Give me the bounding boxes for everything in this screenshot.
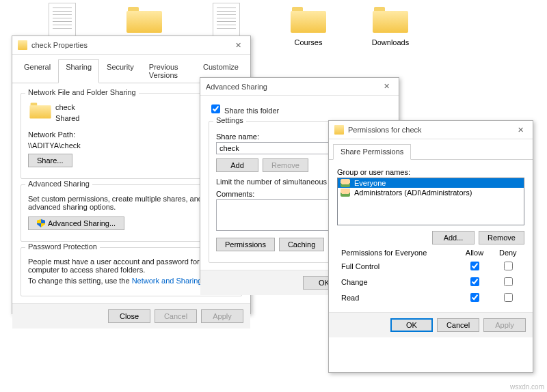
folder-icon xyxy=(124,3,165,36)
permissions-table: Permissions for EveryoneAllowDeny Full C… xyxy=(337,247,524,305)
add-button[interactable]: Add... xyxy=(432,231,475,244)
folder-status: Shared xyxy=(55,114,79,122)
users-icon xyxy=(341,179,350,187)
folder-icon xyxy=(334,125,344,135)
share-button[interactable]: Share... xyxy=(28,154,72,167)
titlebar[interactable]: check Properties ✕ xyxy=(12,36,250,55)
tab-previous-versions[interactable]: Previous Versions xyxy=(142,59,196,83)
desktop-item[interactable]: Downloads xyxy=(365,3,416,46)
folder-icon xyxy=(288,3,329,36)
close-icon[interactable]: ✕ xyxy=(231,41,245,50)
tab-general[interactable]: General xyxy=(16,59,58,83)
permissions-button[interactable]: Permissions xyxy=(216,238,275,251)
tab-strip: Share Permissions xyxy=(329,139,533,160)
users-icon xyxy=(341,188,350,197)
window-title: check Properties xyxy=(31,41,231,49)
permissions-panel: Group or user names: Everyone Administra… xyxy=(329,160,533,312)
share-folder-checkbox[interactable]: Share this folder xyxy=(209,107,279,115)
document-icon xyxy=(213,3,240,37)
titlebar[interactable]: Permissions for check ✕ xyxy=(329,121,533,139)
apply-button[interactable]: Apply xyxy=(483,318,526,332)
add-button[interactable]: Add xyxy=(216,158,258,172)
window-title: Permissions for check xyxy=(348,126,513,134)
deny-read[interactable] xyxy=(504,293,513,302)
icon-label: Downloads xyxy=(365,38,416,46)
cancel-button[interactable]: Cancel xyxy=(437,318,479,332)
remove-button[interactable]: Remove xyxy=(263,158,308,172)
list-item[interactable]: Administrators (ADI\Administrators) xyxy=(338,188,524,197)
group-names-label: Group or user names: xyxy=(337,168,524,176)
table-row: Change xyxy=(337,274,524,290)
cancel-button[interactable]: Cancel xyxy=(155,309,197,323)
folder-icon xyxy=(370,3,411,36)
folder-icon xyxy=(28,100,50,122)
tab-security[interactable]: Security xyxy=(99,59,142,83)
advanced-sharing-button[interactable]: Advanced Sharing... xyxy=(28,216,124,230)
group-title: Advanced Sharing xyxy=(25,180,92,188)
table-row: Full Control xyxy=(337,258,524,274)
ok-button[interactable]: OK xyxy=(390,318,433,332)
tab-share-permissions[interactable]: Share Permissions xyxy=(333,144,411,160)
permissions-for-label: Permissions for Everyone xyxy=(337,247,457,258)
user-list[interactable]: Everyone Administrators (ADI\Administrat… xyxy=(337,178,524,225)
close-icon[interactable]: ✕ xyxy=(513,126,527,135)
window-title: Advanced Sharing xyxy=(206,83,379,91)
folder-icon xyxy=(18,40,27,50)
allow-change[interactable] xyxy=(470,277,479,286)
titlebar[interactable]: Advanced Sharing ✕ xyxy=(200,78,399,96)
allow-read[interactable] xyxy=(470,293,479,302)
desktop-item[interactable]: Courses xyxy=(283,3,334,46)
deny-change[interactable] xyxy=(504,277,513,286)
allow-header: Allow xyxy=(457,247,491,258)
apply-button[interactable]: Apply xyxy=(201,309,243,323)
list-item[interactable]: Everyone xyxy=(338,178,524,188)
caching-button[interactable]: Caching xyxy=(279,238,324,251)
group-title: Settings xyxy=(213,116,246,124)
shield-icon xyxy=(37,219,45,227)
group-title: Password Protection xyxy=(25,242,100,251)
allow-full-control[interactable] xyxy=(470,262,479,270)
dialog-buttons: OK Cancel Apply xyxy=(329,312,533,337)
folder-name: check xyxy=(55,103,79,111)
tab-sharing[interactable]: Sharing xyxy=(58,59,99,83)
close-button[interactable]: Close xyxy=(108,309,150,323)
watermark: wsxdn.com xyxy=(510,383,544,391)
table-row: Read xyxy=(337,290,524,305)
icon-label: Courses xyxy=(283,38,334,46)
deny-header: Deny xyxy=(492,247,524,258)
close-icon[interactable]: ✕ xyxy=(379,82,393,91)
remove-button[interactable]: Remove xyxy=(479,231,524,244)
document-icon xyxy=(49,3,76,37)
deny-full-control[interactable] xyxy=(504,262,513,270)
group-title: Network File and Folder Sharing xyxy=(25,88,139,96)
dialog-buttons: Close Cancel Apply xyxy=(12,303,250,328)
permissions-window: Permissions for check ✕ Share Permission… xyxy=(328,120,533,373)
